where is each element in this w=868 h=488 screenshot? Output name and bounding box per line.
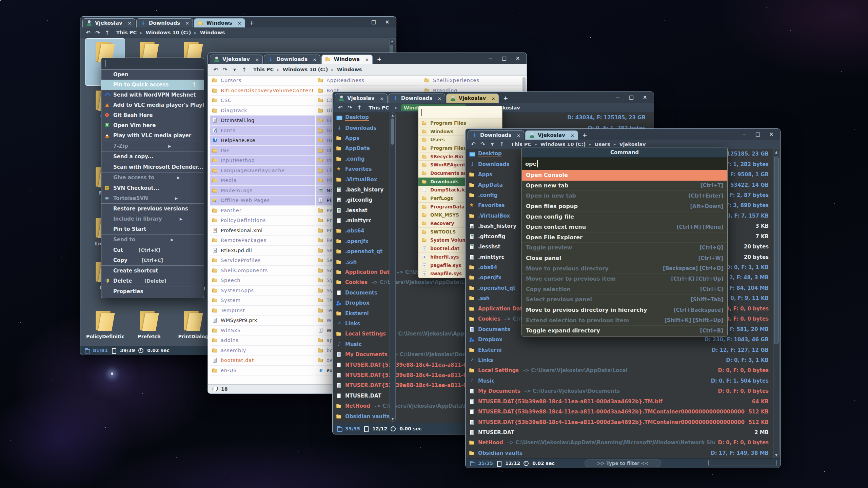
file-row[interactable]: Speech bbox=[210, 276, 315, 286]
tab-close-icon[interactable]: × bbox=[183, 21, 189, 26]
breadcrumb-item[interactable]: Vjekoslav bbox=[619, 142, 646, 147]
tab[interactable]: Downloads × bbox=[389, 94, 445, 103]
scroll-up-icon[interactable]: ▲ bbox=[390, 39, 395, 43]
command-palette-item[interactable]: Toggle preview [Ctrl+Q] bbox=[522, 243, 727, 253]
file-row[interactable]: Offline Web Pages bbox=[210, 196, 315, 206]
breadcrumb-item[interactable]: This PC bbox=[116, 30, 146, 35]
context-menu-item[interactable]: Delete [Delete] bbox=[101, 276, 204, 286]
file-row[interactable]: BitLockerDiscoveryVolumeContents bbox=[210, 86, 315, 96]
breadcrumb-item[interactable]: This PC bbox=[369, 105, 401, 110]
file-row[interactable]: DiagTrack bbox=[210, 106, 315, 116]
file-row[interactable]: bootstat.dat bbox=[210, 355, 315, 366]
scrollbar-thumb[interactable] bbox=[391, 118, 394, 145]
file-row[interactable]: NTUSER.DAT{53b39e88-18c4-11ea-a811-000d3… bbox=[466, 396, 780, 407]
breadcrumb-item[interactable]: This PC bbox=[511, 142, 540, 147]
tab[interactable]: Downloads × bbox=[468, 130, 524, 140]
file-row[interactable]: Links D: 0, F: 3, 1 KB bbox=[466, 355, 780, 365]
context-menu-item[interactable]: Git Bash Here bbox=[101, 110, 204, 120]
minimize-button[interactable]: ─ bbox=[611, 94, 625, 100]
minimize-button[interactable]: ─ bbox=[353, 19, 367, 25]
tab-close-icon[interactable]: × bbox=[568, 133, 574, 138]
history-dropdown-icon[interactable]: ▾ bbox=[230, 66, 239, 73]
scroll-up-icon[interactable]: ▲ bbox=[773, 150, 779, 154]
minimize-button[interactable]: ─ bbox=[737, 131, 751, 137]
context-menu-item[interactable]: 7-Zip ▶ bbox=[101, 141, 204, 151]
file-row[interactable]: TempInst bbox=[210, 306, 315, 316]
command-palette-item[interactable]: Open Console bbox=[522, 170, 727, 181]
file-row[interactable]: InputMethod bbox=[210, 156, 315, 166]
back-button[interactable]: ↶ bbox=[469, 141, 478, 147]
file-row[interactable]: INF bbox=[210, 146, 315, 156]
maximize-button[interactable]: □ bbox=[751, 131, 765, 137]
up-button[interactable]: ↑ bbox=[103, 29, 112, 36]
tab[interactable]: Windows × bbox=[321, 55, 373, 64]
file-row[interactable]: RemotePackages bbox=[210, 236, 315, 246]
file-row[interactable]: Cursors bbox=[210, 76, 315, 86]
context-menu-item[interactable]: Add to VLC media player's Playlist bbox=[101, 100, 204, 110]
file-row[interactable]: Panther bbox=[210, 206, 315, 216]
command-palette-item[interactable]: Move to previous directory in hierarchy … bbox=[522, 305, 727, 316]
tab[interactable]: Vjekoslav × bbox=[525, 130, 578, 140]
forward-button[interactable]: ↷ bbox=[93, 29, 102, 36]
scroll-down-icon[interactable]: ▼ bbox=[390, 417, 395, 421]
list-scrollbar[interactable]: ▲ ▼ bbox=[390, 113, 396, 422]
file-row[interactable]: Professional.xml bbox=[210, 226, 315, 236]
command-palette-item[interactable]: Close panel [Ctrl+W] bbox=[522, 253, 727, 264]
context-menu-item[interactable]: Play with VLC media player bbox=[101, 130, 204, 141]
tab-close-icon[interactable]: × bbox=[125, 21, 132, 26]
file-row[interactable]: ShellComponents bbox=[210, 266, 315, 276]
minimize-button[interactable]: ─ bbox=[484, 55, 497, 61]
breadcrumb-item[interactable]: Windows bbox=[200, 30, 225, 35]
command-palette-item[interactable]: Open new tab [Ctrl+T] bbox=[522, 181, 727, 191]
command-palette-item[interactable]: Toggle expand directory [Ctrl+B] bbox=[522, 326, 727, 336]
maximize-button[interactable]: □ bbox=[625, 94, 638, 100]
file-row[interactable]: assembly bbox=[210, 346, 315, 356]
tab[interactable]: Vjekoslav × bbox=[210, 55, 263, 64]
context-menu-item[interactable]: Restore previous versions bbox=[101, 204, 204, 214]
breadcrumb-item[interactable]: Windows 10 (C:) bbox=[146, 30, 200, 35]
file-row[interactable]: Music D: 0, F: 1, 504 bytes bbox=[466, 376, 780, 386]
breadcrumb-item[interactable]: Windows bbox=[337, 67, 362, 72]
command-palette-item[interactable]: Select previous panel [Shift+Tab] bbox=[522, 294, 727, 305]
up-button[interactable]: ↑ bbox=[240, 66, 249, 73]
file-row[interactable]: addins bbox=[210, 336, 315, 346]
breadcrumb-item[interactable]: Users bbox=[595, 142, 619, 147]
context-menu-item[interactable]: Properties bbox=[101, 286, 204, 297]
tab-close-icon[interactable]: × bbox=[377, 96, 384, 101]
file-row[interactable]: Media bbox=[210, 176, 315, 186]
context-menu-item[interactable]: Copy [Ctrl+C] bbox=[101, 255, 204, 266]
file-row[interactable]: ServiceProfiles bbox=[210, 256, 315, 266]
file-row[interactable]: Eksterni D: 12, F: 127, 12 GB bbox=[466, 345, 780, 355]
file-row[interactable]: My Documents -> C:\Users\Vjekoslav\Docum… bbox=[466, 386, 780, 396]
file-row[interactable]: NTUSER.DAT 2 MB bbox=[466, 427, 780, 438]
context-menu-item[interactable]: TortoiseSVN ▶ bbox=[101, 193, 204, 204]
context-menu-item[interactable]: Scan with Microsoft Defender... bbox=[101, 162, 204, 172]
context-menu-item[interactable]: Pin to Quick access bbox=[101, 80, 204, 90]
scroll-down-icon[interactable]: ▼ bbox=[773, 453, 779, 457]
breadcrumb-item[interactable]: Windows 10 (C:) bbox=[540, 142, 595, 147]
up-button[interactable]: ↑ bbox=[355, 104, 364, 111]
file-row[interactable]: System bbox=[210, 296, 315, 306]
back-button[interactable]: ↶ bbox=[211, 66, 220, 73]
command-palette-item[interactable]: Move to previous directory [Backspace] [… bbox=[522, 263, 727, 274]
command-palette-item[interactable]: Open files popup [Alt+Down] bbox=[522, 201, 727, 212]
maximize-button[interactable]: □ bbox=[367, 19, 380, 25]
new-tab-button[interactable]: + bbox=[246, 18, 258, 27]
context-menu-item[interactable]: Cut [Ctrl+X] bbox=[101, 245, 204, 255]
context-menu-item[interactable]: Send a copy... bbox=[101, 151, 204, 162]
forward-button[interactable]: ↷ bbox=[221, 66, 230, 73]
context-menu-item[interactable]: SVN Checkout... bbox=[101, 183, 204, 193]
close-button[interactable]: × bbox=[638, 94, 652, 100]
tab-close-icon[interactable]: × bbox=[435, 96, 441, 101]
new-tab-button[interactable]: + bbox=[579, 130, 591, 140]
file-row[interactable]: Local Settings -> C:\Users\Vjekoslav\App… bbox=[466, 365, 780, 375]
forward-button[interactable]: ↷ bbox=[346, 104, 354, 111]
popup-item[interactable]: Program Files bbox=[418, 119, 502, 127]
file-row[interactable]: CSC bbox=[210, 96, 315, 106]
forward-button[interactable]: ↷ bbox=[478, 141, 487, 147]
tab[interactable]: Vjekoslav × bbox=[335, 94, 388, 103]
command-palette-item[interactable]: Open context menu [Ctrl+M] [Menu] bbox=[522, 222, 727, 232]
file-row[interactable]: LanguageOverlayCache bbox=[210, 166, 315, 176]
file-row[interactable]: RtlExUpd.dll bbox=[210, 246, 315, 256]
close-button[interactable]: × bbox=[511, 55, 525, 61]
